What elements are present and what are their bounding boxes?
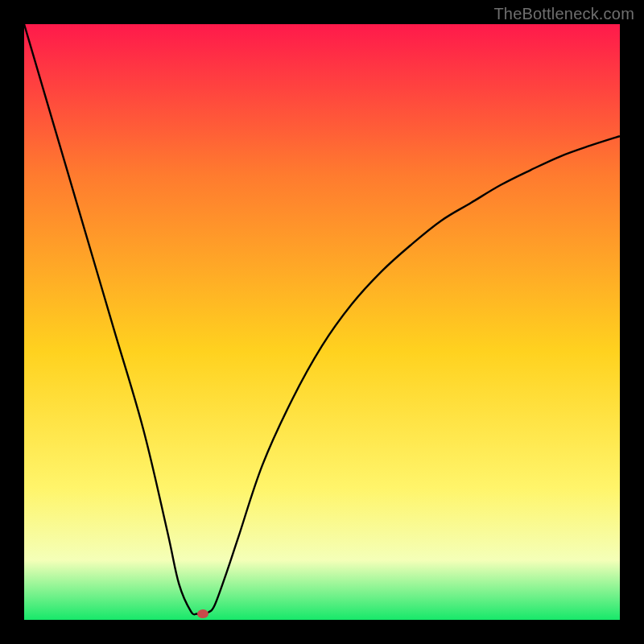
gradient-background (24, 24, 620, 620)
plot-svg (24, 24, 620, 620)
chart-frame: TheBottleneck.com (0, 0, 644, 644)
watermark-text: TheBottleneck.com (493, 5, 634, 23)
plot-area (24, 24, 620, 620)
optimal-point-marker (197, 609, 208, 618)
